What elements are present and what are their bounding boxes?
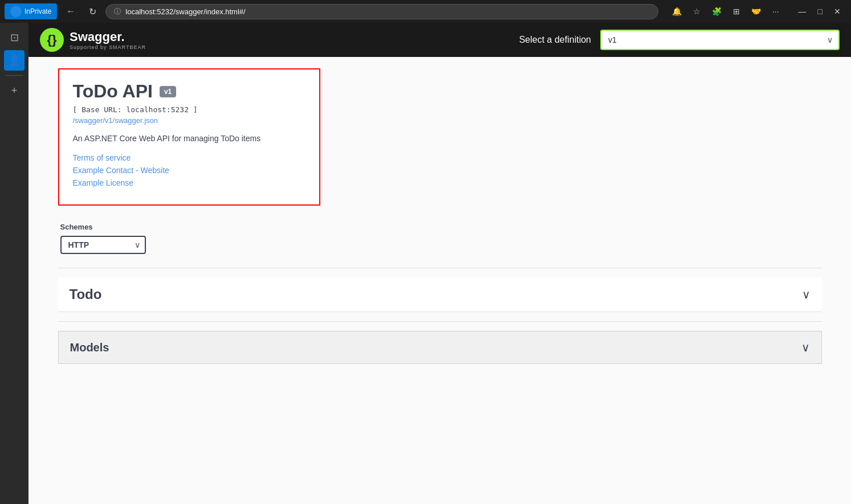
split-view-icon[interactable]: ⊞	[728, 5, 744, 18]
swagger-select-area: Select a definition v1	[519, 30, 840, 50]
models-section-title: Models	[70, 341, 109, 354]
sidebar-profile-icon[interactable]: 👤	[4, 50, 25, 71]
refresh-button[interactable]: ↻	[84, 4, 101, 19]
browser-chrome: InPrivate ← ↻ ⓘ localhost:5232/swagger/i…	[0, 0, 851, 23]
notifications-icon[interactable]: 🔔	[667, 5, 686, 18]
back-button[interactable]: ←	[62, 4, 80, 19]
swagger-header: {} Swagger. Supported by SMARTBEAR Selec…	[28, 23, 851, 57]
schemes-section: Schemes HTTP HTTPS	[58, 223, 822, 254]
browser-body: ⊡ 👤 + {} Swagger. Supported by SMARTBEAR…	[0, 23, 851, 504]
swagger-logo-title: Swagger.	[70, 30, 146, 44]
todo-section-title: Todo	[70, 286, 102, 302]
sidebar-add-icon[interactable]: +	[4, 80, 25, 101]
todo-section-header[interactable]: Todo ∨	[58, 277, 822, 312]
sidebar-tabs-icon[interactable]: ⊡	[4, 27, 25, 48]
schemes-select[interactable]: HTTP HTTPS	[60, 236, 146, 254]
page-content: {} Swagger. Supported by SMARTBEAR Selec…	[28, 23, 851, 504]
avatar	[10, 6, 22, 17]
api-version-badge: v1	[160, 86, 176, 97]
section-divider-2	[58, 321, 822, 322]
select-definition-label: Select a definition	[519, 35, 591, 45]
api-json-link[interactable]: /swagger/v1/swagger.json	[73, 116, 306, 125]
maximize-button[interactable]: □	[812, 5, 828, 18]
browser-titlebar: InPrivate ← ↻ ⓘ localhost:5232/swagger/i…	[0, 0, 851, 23]
section-divider-1	[58, 268, 822, 268]
schemes-select-wrapper: HTTP HTTPS	[60, 236, 146, 254]
close-button[interactable]: ✕	[828, 5, 846, 18]
main-content[interactable]: ToDo API v1 [ Base URL: localhost:5232 ]…	[28, 57, 851, 504]
example-contact-link[interactable]: Example Contact - Website	[73, 166, 306, 175]
sidebar: ⊡ 👤 +	[0, 23, 28, 504]
api-title: ToDo API	[73, 81, 153, 102]
api-info-box: ToDo API v1 [ Base URL: localhost:5232 ]…	[58, 68, 320, 206]
favorites-icon[interactable]: ☆	[689, 5, 705, 18]
terms-of-service-link[interactable]: Terms of service	[73, 153, 306, 162]
minimize-button[interactable]: —	[793, 5, 812, 18]
definition-select[interactable]: v1	[600, 30, 840, 50]
api-title-row: ToDo API v1	[73, 81, 306, 102]
models-chevron-icon: ∨	[801, 341, 810, 354]
lock-icon: ⓘ	[114, 7, 121, 17]
sidebar-divider	[6, 75, 23, 76]
definition-select-wrapper: v1	[600, 30, 840, 50]
inprivate-label: InPrivate	[25, 7, 51, 15]
api-base-url: [ Base URL: localhost:5232 ]	[73, 105, 306, 114]
todo-section: Todo ∨	[58, 277, 822, 312]
url-text: localhost:5232/swagger/index.html#/	[125, 7, 245, 16]
swagger-logo-icon: {}	[40, 28, 64, 52]
window-controls: — □ ✕	[793, 5, 846, 18]
models-section-header[interactable]: Models ∨	[58, 331, 822, 364]
settings-icon[interactable]: ···	[768, 5, 784, 18]
models-section: Models ∨	[58, 331, 822, 364]
copilot-icon[interactable]: 🤝	[747, 5, 766, 18]
todo-chevron-icon: ∨	[802, 288, 811, 301]
example-license-link[interactable]: Example License	[73, 178, 306, 187]
schemes-label: Schemes	[60, 223, 820, 231]
inprivate-button[interactable]: InPrivate	[5, 3, 57, 19]
extensions-icon[interactable]: 🧩	[707, 5, 726, 18]
api-description: An ASP.NET Core Web API for managing ToD…	[73, 134, 306, 143]
browser-actions: 🔔 ☆ 🧩 ⊞ 🤝 ···	[667, 5, 784, 18]
swagger-body: ToDo API v1 [ Base URL: localhost:5232 ]…	[47, 57, 833, 384]
swagger-logo-subtitle: Supported by SMARTBEAR	[70, 44, 146, 50]
swagger-logo: {} Swagger. Supported by SMARTBEAR	[40, 28, 146, 52]
swagger-logo-text: Swagger. Supported by SMARTBEAR	[70, 30, 146, 50]
address-bar[interactable]: ⓘ localhost:5232/swagger/index.html#/	[105, 4, 658, 19]
